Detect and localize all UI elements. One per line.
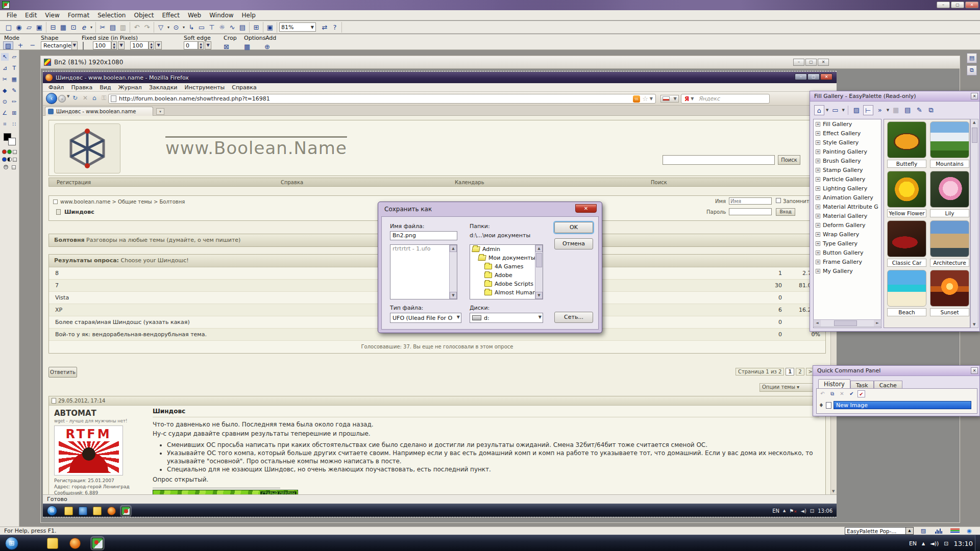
file-type-dropdown-icon[interactable]: ▼	[457, 315, 460, 319]
file-list-item[interactable]: rtrtrtrt - 1.ufo	[390, 245, 457, 253]
status-painter-icon[interactable]: ▨	[919, 528, 928, 535]
thumbnail-image[interactable]	[887, 171, 926, 208]
gallery-tree-item[interactable]: + Painting Gallery	[814, 147, 881, 156]
desktop-firefox-icon[interactable]	[107, 507, 116, 515]
save-button[interactable]: ▣	[34, 22, 44, 32]
split-swatch-icon[interactable]	[7, 157, 12, 162]
flag-dropdown-icon[interactable]: ▼	[673, 96, 676, 101]
flag-toolbar-button[interactable]: ▼	[660, 95, 679, 103]
menu-item[interactable]: Web	[184, 11, 205, 20]
gallery-thumbnail[interactable]: Sunset	[930, 270, 969, 316]
desktop-folder-icon[interactable]	[93, 507, 102, 515]
thumbnail-image[interactable]	[930, 270, 969, 307]
site-logo[interactable]	[54, 123, 120, 173]
filelist-scroll-up-icon[interactable]: ▲	[450, 245, 457, 252]
easypalette-close-button[interactable]: ✕	[971, 93, 978, 99]
data-list-button[interactable]: ▤	[237, 22, 248, 32]
ff-minimize-button[interactable]: –	[795, 73, 807, 80]
print-multiple-button[interactable]: ▦	[58, 22, 68, 32]
gallery-thumbnail[interactable]: Beach	[887, 270, 926, 316]
ff-menu-item[interactable]: Справка	[228, 84, 260, 91]
gallery-tree-item[interactable]: + Material Attribute G	[814, 202, 881, 211]
tree-scroll-right-icon[interactable]: ►	[874, 320, 881, 327]
gallery-thumbnail[interactable]: Yellow Flower	[887, 171, 926, 217]
expand-icon[interactable]: +	[816, 168, 820, 172]
ff-menu-item[interactable]: Файл	[45, 84, 67, 91]
screen-capture-button[interactable]: ⊙	[171, 22, 181, 32]
thumb-scroll-up-icon[interactable]: ▲	[973, 120, 975, 124]
path-tool-icon[interactable]: ∠	[1, 109, 9, 117]
volume-icon[interactable]: ◄))	[930, 540, 939, 547]
qcp-delete-icon[interactable]: ✕	[838, 390, 846, 397]
gallery-home-icon[interactable]: ⌂	[814, 105, 824, 115]
menu-item[interactable]: Help	[238, 11, 259, 20]
search-bar[interactable]: Я ▼ Яндекс	[681, 94, 770, 104]
drives-dropdown[interactable]: d: ▼	[470, 313, 543, 323]
back-button[interactable]: ‹	[46, 93, 57, 104]
stage-button[interactable]: ⊤	[207, 22, 217, 32]
grid-view-icon[interactable]: ▦	[891, 105, 901, 115]
expand-icon[interactable]: +	[816, 251, 820, 255]
gallery-tree-item[interactable]: + Particle Gallery	[814, 174, 881, 184]
panel-selector-up-icon[interactable]: ▲	[905, 528, 913, 534]
apply-dropdown-icon[interactable]: ▼	[887, 108, 889, 112]
tab-task[interactable]: Task	[850, 381, 874, 389]
gallery-tree-item[interactable]: + Fill Gallery	[814, 119, 881, 129]
green-swatch-icon[interactable]	[7, 149, 12, 154]
gradient-swatch-icon[interactable]	[4, 165, 8, 169]
taskbar-explorer-icon[interactable]	[47, 538, 58, 549]
desktop-language-indicator[interactable]: EN	[772, 508, 779, 514]
start-button[interactable]: ⊞	[5, 537, 18, 550]
folder-item[interactable]: 4A Games	[470, 262, 543, 271]
gallery-tree-item[interactable]: + Frame Gallery	[814, 257, 881, 266]
ff-close-button[interactable]: ✕	[820, 73, 832, 80]
home-icon[interactable]: ⌂	[92, 94, 96, 102]
apply-icon[interactable]: »	[875, 105, 885, 115]
login-button[interactable]: Вход	[776, 208, 795, 216]
drives-dropdown-icon[interactable]: ▼	[538, 315, 542, 319]
fixed-width-dropdown[interactable]: ▼	[118, 41, 125, 49]
gallery-thumbnail[interactable]: Lily	[930, 171, 969, 217]
qcp-undo-icon[interactable]: ↶	[819, 390, 826, 397]
paint-tool-icon[interactable]: ✎	[10, 87, 18, 94]
folder-tree[interactable]: Admin Мои документы 4A Games	[470, 244, 543, 299]
menu-item[interactable]: Object	[130, 11, 157, 20]
copy-button[interactable]: ▤	[108, 22, 118, 32]
ff-menu-item[interactable]: Журнал	[115, 84, 145, 91]
expand-icon[interactable]: +	[816, 241, 820, 246]
folder-item[interactable]: Adobe Scripts	[470, 280, 543, 288]
taskbar-firefox-icon[interactable]	[69, 538, 81, 549]
selection-dropdown-icon[interactable]: ▾	[166, 22, 171, 32]
thumbnails-scrollbar[interactable]: ▲ ▼	[970, 119, 978, 328]
gallery-tree-item[interactable]: + Animation Gallery	[814, 193, 881, 202]
reload-icon[interactable]: ↻	[72, 94, 78, 102]
tree-hscrollbar[interactable]: ◄ ►	[813, 319, 881, 327]
menu-item[interactable]: View	[41, 11, 63, 20]
color-swatch[interactable]	[4, 133, 16, 145]
document-titlebar[interactable]: Bn2 (81%) 980x551 – ▢ ✕	[41, 56, 960, 69]
gallery-thumbnail[interactable]: Architecture	[930, 220, 969, 267]
forum-search-button[interactable]: Поиск	[778, 155, 800, 165]
gallery-tree-item[interactable]: + Button Gallery	[814, 248, 881, 257]
qcp-record-icon[interactable]: ⧉	[828, 390, 836, 397]
doc-minimize-button[interactable]: –	[793, 59, 804, 66]
menu-item[interactable]: Effect	[159, 11, 184, 20]
nav-calendar[interactable]: Календарь	[455, 180, 484, 185]
open-web-button[interactable]: ◉	[14, 22, 24, 32]
filename-input[interactable]: Bn2.png	[390, 231, 457, 240]
address-dropdown-icon[interactable]: ▼	[650, 96, 653, 101]
blue-swatch-icon[interactable]	[2, 157, 7, 162]
ok-button[interactable]: OK	[554, 222, 593, 233]
desktop-flag-icon[interactable]: ⚑✕	[789, 508, 797, 514]
crop-tool-icon[interactable]: ✂	[1, 76, 9, 83]
network-button[interactable]: Сеть...	[554, 312, 593, 323]
gallery-home-dropdown-icon[interactable]: ▼	[826, 108, 828, 112]
tab-list-button[interactable]: ▾	[156, 108, 164, 115]
login-name-input[interactable]: Имя	[729, 197, 772, 205]
gallery-tree-item[interactable]: + My Gallery	[814, 266, 881, 276]
desktop-explorer-icon[interactable]	[64, 507, 73, 515]
zoom-dropdown-icon[interactable]: ▼	[311, 25, 314, 30]
gallery-tree-item[interactable]: + Style Gallery	[814, 138, 881, 147]
expand-icon[interactable]: +	[816, 269, 820, 273]
thumbnail-image[interactable]	[930, 121, 969, 158]
